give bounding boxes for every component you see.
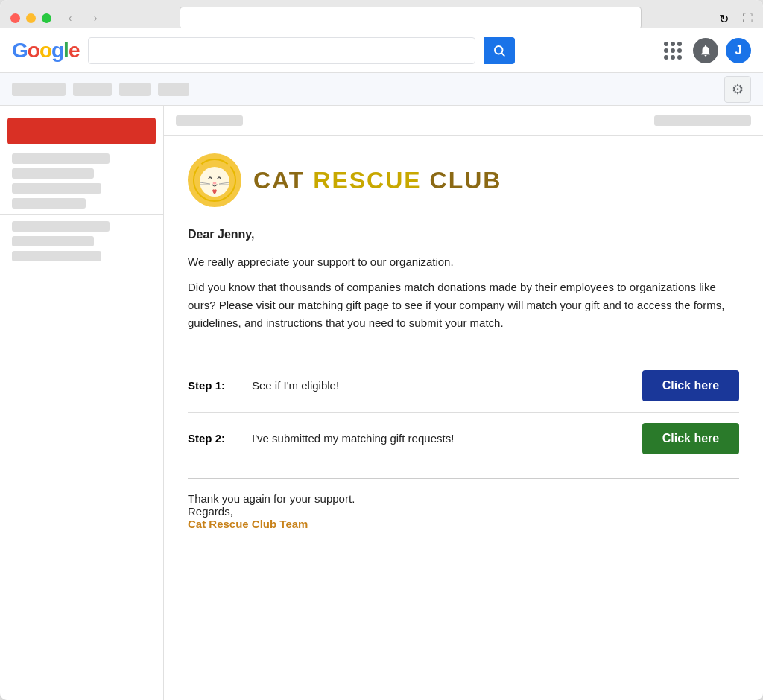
step1-row: Step 1: See if I'm eligible! Click here [188, 360, 739, 412]
email-list-header [164, 106, 763, 136]
sidebar-item-1[interactable] [12, 153, 110, 164]
logo-e: e [69, 39, 80, 62]
logo-g1: G [12, 39, 28, 62]
header-icons: J [660, 38, 751, 63]
step2-button[interactable]: Click here [642, 423, 739, 454]
minimize-btn[interactable] [26, 13, 36, 23]
org-name-club: CLUB [430, 167, 502, 194]
step2-row: Step 2: I've submitted my matching gift … [188, 412, 739, 465]
settings-button[interactable]: ⚙ [724, 76, 751, 103]
google-logo: Google [12, 39, 79, 63]
footer-line2: Regards, [188, 505, 739, 518]
toolbar-item-2 [73, 83, 112, 96]
step1-desc: See if I'm eligible! [252, 379, 630, 392]
search-input[interactable] [88, 37, 475, 64]
sidebar-divider-1 [0, 214, 163, 215]
search-button[interactable] [484, 37, 515, 64]
sidebar-item-2[interactable] [12, 168, 94, 179]
email-divider-1 [188, 346, 739, 346]
close-btn[interactable] [10, 13, 20, 23]
main-layout: CAT RESCUE CLUB Dear Jenny, We really ap… [0, 106, 763, 700]
email-content: CAT RESCUE CLUB Dear Jenny, We really ap… [164, 136, 763, 700]
email-para1: We really appreciate your support to our… [188, 253, 739, 271]
svg-point-6 [213, 182, 217, 185]
step2-desc: I've submitted my matching gift requests… [252, 432, 630, 445]
email-greeting: Dear Jenny, [188, 225, 739, 244]
browser-window: ‹ › ↻ ⛶ Google J [0, 0, 763, 700]
email-pagination [654, 115, 751, 126]
org-name-cat: CAT [253, 167, 313, 194]
footer-line1: Thank you again for your support. [188, 492, 739, 505]
sidebar [0, 106, 164, 700]
toolbar-item-1 [12, 83, 66, 96]
google-header: Google J [0, 28, 763, 73]
logo-l: l [63, 39, 69, 62]
title-bar: ‹ › ↻ ⛶ [0, 0, 763, 28]
avatar[interactable]: J [726, 38, 751, 63]
email-divider-2 [188, 478, 739, 479]
email-footer: Thank you again for your support. Regard… [188, 492, 739, 530]
address-bar[interactable] [180, 7, 642, 29]
step1-button[interactable]: Click here [642, 370, 739, 401]
back-btn[interactable]: ‹ [63, 11, 77, 25]
cat-logo-svg [192, 158, 237, 203]
fullscreen-btn[interactable] [42, 13, 51, 23]
email-para2: Did you know that thousands of companies… [188, 279, 739, 332]
reload-icon[interactable]: ↻ [719, 10, 736, 26]
org-header: CAT RESCUE CLUB [188, 153, 739, 207]
search-icon [493, 44, 506, 57]
cat-logo [188, 153, 241, 207]
forward-btn[interactable]: › [89, 11, 102, 25]
org-name: CAT RESCUE CLUB [253, 167, 501, 194]
email-panel: CAT RESCUE CLUB Dear Jenny, We really ap… [164, 106, 763, 700]
compose-button[interactable] [7, 118, 156, 144]
sidebar-item-5[interactable] [12, 221, 110, 232]
footer-team: Cat Rescue Club Team [188, 518, 308, 530]
email-header-label [176, 115, 243, 126]
apps-icon[interactable] [660, 38, 686, 63]
org-name-rescue: RESCUE [313, 167, 429, 194]
notifications-icon[interactable] [693, 38, 718, 63]
toolbar-item-3 [119, 83, 151, 96]
bell-svg [699, 44, 712, 57]
svg-line-1 [502, 53, 504, 55]
step2-label: Step 2: [188, 432, 240, 445]
sidebar-item-3[interactable] [12, 183, 101, 194]
sidebar-item-7[interactable] [12, 251, 101, 261]
toolbar-item-4 [158, 83, 189, 96]
sidebar-item-4[interactable] [12, 198, 86, 209]
email-body: Dear Jenny, We really appreciate your su… [188, 225, 739, 332]
gmail-toolbar: ⚙ [0, 73, 763, 106]
step1-label: Step 1: [188, 379, 240, 392]
logo-g2: g [51, 39, 63, 62]
logo-o2: o [39, 39, 51, 62]
apps-grid [664, 42, 682, 60]
resize-icon[interactable]: ⛶ [742, 12, 753, 24]
sidebar-item-6[interactable] [12, 236, 94, 246]
logo-o1: o [28, 39, 39, 62]
